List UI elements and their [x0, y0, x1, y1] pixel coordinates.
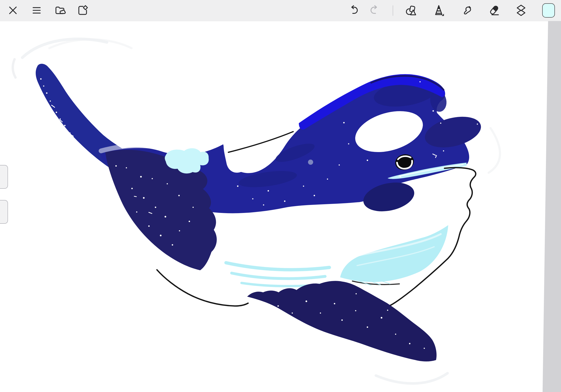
- menu-icon: [31, 4, 43, 16]
- undo-icon: [347, 4, 360, 16]
- pointing-finger-icon: [461, 4, 474, 16]
- layers-button[interactable]: [515, 4, 528, 17]
- share-icon: [76, 4, 89, 16]
- eraser-icon: [488, 4, 500, 16]
- pencil-tool-button[interactable]: [433, 4, 445, 17]
- pencil-icon: [433, 4, 445, 16]
- redo-button[interactable]: [368, 4, 381, 17]
- menu-button[interactable]: [30, 4, 43, 17]
- app-screen: [0, 0, 561, 392]
- shapes-tool-button[interactable]: [405, 4, 418, 17]
- color-swatch[interactable]: [542, 3, 555, 18]
- tray-handle-bottom[interactable]: [0, 200, 8, 224]
- shapes-icon: [405, 4, 417, 16]
- drawing-paper[interactable]: [0, 5, 548, 392]
- close-icon: [7, 4, 19, 16]
- share-button[interactable]: [76, 4, 89, 17]
- close-button[interactable]: [7, 4, 19, 17]
- gallery-button[interactable]: [54, 4, 66, 17]
- undo-button[interactable]: [347, 4, 360, 17]
- toolbar: [0, 0, 561, 21]
- toolbar-divider: [393, 5, 393, 16]
- blend-tool-button[interactable]: [461, 4, 474, 17]
- folder-cloud-icon: [54, 4, 66, 16]
- tray-handle-top[interactable]: [0, 165, 8, 189]
- redo-icon: [369, 4, 381, 16]
- eraser-tool-button[interactable]: [487, 4, 500, 17]
- layers-icon: [515, 4, 527, 16]
